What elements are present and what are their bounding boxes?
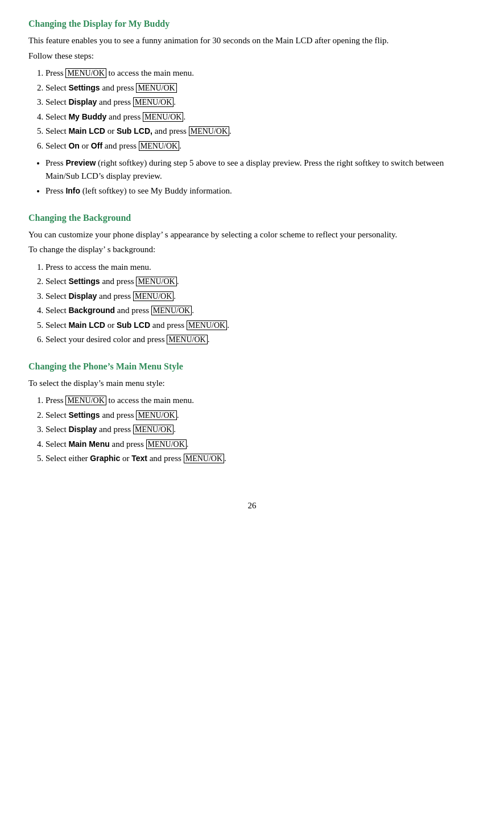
menu-key: MENU/OK [187,320,227,330]
section-my-buddy: Changing the Display for My Buddy This f… [28,17,476,198]
section-lead-my-buddy: Follow these steps: [28,50,476,63]
list-item: Select Display and press MENU/OK. [46,290,476,303]
list-item: Select Main LCD or Sub LCD and press MEN… [46,319,476,332]
list-item: Select Settings and press MENU/OK. [46,275,476,288]
section-intro-my-buddy: This feature enables you to see a funny … [28,34,476,47]
menu-key: MENU/OK [136,277,176,286]
bullets-list-my-buddy: Press Preview (right softkey) during ste… [46,157,476,198]
list-item: Press Preview (right softkey) during ste… [46,157,476,182]
list-item: Select Settings and press MENU/OK [46,81,476,94]
menu-key: MENU/OK [133,97,173,107]
section-intro-background: You can customize your phone display’ s … [28,228,476,241]
bold-text: Display [68,97,97,106]
section-background: Changing the Background You can customiz… [28,211,476,346]
menu-key: MENU/OK [167,335,207,344]
list-item: Select either Graphic or Text and press … [46,452,476,465]
bold-text: Main Menu [68,439,109,449]
section-title-main-menu-style: Changing the Phone’s Main Menu Style [28,360,476,373]
bold-text: Text [131,454,147,463]
list-item: Select My Buddy and press MENU/OK. [46,110,476,124]
list-item: Select Settings and press MENU/OK. [46,409,476,422]
bold-text: Sub LCD, [117,126,152,135]
bold-text: Graphic [90,454,120,463]
list-item: Select On or Off and press MENU/OK. [46,139,476,153]
list-item: Select Background and press MENU/OK. [46,304,476,317]
list-item: Select Main Menu and press MENU/OK. [46,438,476,451]
menu-key: MENU/OK [65,68,106,78]
list-item: Select your desired color and press MENU… [46,333,476,346]
menu-key: MENU/OK [65,396,106,405]
bold-text: Background [68,306,115,315]
steps-list-main-menu-style: Press MENU/OK to access the main menu. S… [46,394,476,465]
bold-text: Main LCD [68,320,105,330]
bold-text: On [68,141,79,150]
list-item: Press MENU/OK to access the main menu. [46,394,476,407]
bold-text: Main LCD [68,126,105,135]
section-title-background: Changing the Background [28,211,476,225]
bold-text: Info [65,186,80,195]
menu-key: MENU/OK [184,454,224,463]
section-lead-background: To change the display’ s background: [28,243,476,256]
steps-list-my-buddy: Press MENU/OK to access the main menu. S… [46,67,476,152]
list-item: Press Info (left softkey) to see My Budd… [46,184,476,198]
menu-key: MENU/OK [136,410,176,420]
steps-list-background: Press to access the main menu. Select Se… [46,261,476,346]
bold-text: Sub LCD [117,320,150,330]
bold-text: Settings [68,410,100,420]
menu-key: MENU/OK [189,126,229,136]
bold-text: Settings [68,277,100,286]
menu-key: MENU/OK [136,83,176,93]
list-item: Select Display and press MENU/OK. [46,423,476,436]
section-main-menu-style: Changing the Phone’s Main Menu Style To … [28,360,476,465]
list-item: Press to access the main menu. [46,261,476,274]
list-item: Select Main LCD or Sub LCD, and press ME… [46,125,476,138]
section-title-my-buddy: Changing the Display for My Buddy [28,17,476,31]
menu-key: MENU/OK [133,425,173,434]
menu-key: MENU/OK [133,291,173,301]
menu-key: MENU/OK [139,141,179,151]
section-lead-main-menu-style: To select the display’s main menu style: [28,377,476,390]
menu-key: MENU/OK [151,306,192,315]
menu-key: MENU/OK [146,439,187,449]
list-item: Press MENU/OK to access the main menu. [46,67,476,80]
bold-text: Off [91,141,102,150]
menu-key: MENU/OK [143,112,183,122]
bold-text: Display [68,291,97,301]
bold-text: Display [68,425,97,434]
page-number: 26 [28,499,476,512]
bold-text: My Buddy [68,112,106,121]
bold-text: Settings [68,83,100,92]
bold-text: Preview [65,158,96,167]
list-item: Select Display and press MENU/OK. [46,96,476,109]
